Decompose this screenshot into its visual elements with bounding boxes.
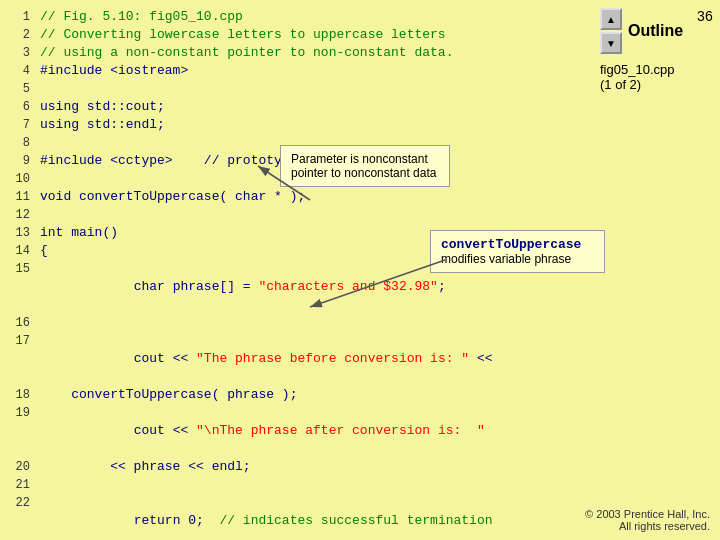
line-num-9: 9 bbox=[12, 152, 30, 170]
line-num-11: 11 bbox=[12, 188, 30, 206]
line-num-1: 1 bbox=[12, 8, 30, 26]
line-num-14: 14 bbox=[12, 242, 30, 260]
outline-header-row: ▲ ▼ Outline 36 bbox=[600, 8, 710, 54]
line-num-6: 6 bbox=[12, 98, 30, 116]
outline-nav-buttons: ▲ ▼ bbox=[600, 8, 622, 54]
line-num-5: 5 bbox=[12, 80, 30, 98]
footer-line2: All rights reserved. bbox=[585, 520, 710, 532]
line-content-1: // Fig. 5.10: fig05_10.cpp bbox=[40, 8, 243, 26]
code-line-13: 13 int main() bbox=[12, 224, 578, 242]
line-content-13: int main() bbox=[40, 224, 118, 242]
file-info-line1: fig05_10.cpp bbox=[600, 62, 674, 77]
page-number: 36 bbox=[697, 8, 713, 24]
line-content-9: #include <cctype> // prototypes for isl bbox=[40, 152, 368, 170]
code-area: 1 // Fig. 5.10: fig05_10.cpp 2 // Conver… bbox=[0, 0, 590, 540]
code-line-4: 4 #include <iostream> bbox=[12, 62, 578, 80]
line-num-15: 15 bbox=[12, 260, 30, 278]
line-num-17: 17 bbox=[12, 332, 30, 350]
code-line-11: 11 void convertToUppercase( char * ); bbox=[12, 188, 578, 206]
line-num-2: 2 bbox=[12, 26, 30, 44]
line-num-20: 20 bbox=[12, 458, 30, 476]
code-line-12: 12 bbox=[12, 206, 578, 224]
line-content-3: // using a non-constant pointer to non-c… bbox=[40, 44, 453, 62]
outline-up-button[interactable]: ▲ bbox=[600, 8, 622, 30]
code-line-2: 2 // Converting lowercase letters to upp… bbox=[12, 26, 578, 44]
code-line-6: 6 using std::cout; bbox=[12, 98, 578, 116]
line-num-13: 13 bbox=[12, 224, 30, 242]
line-num-7: 7 bbox=[12, 116, 30, 134]
code-line-20: 20 << phrase << endl; bbox=[12, 458, 578, 476]
file-info: fig05_10.cpp (1 of 2) bbox=[600, 62, 710, 92]
line-content-11: void convertToUppercase( char * ); bbox=[40, 188, 305, 206]
code-line-5: 5 bbox=[12, 80, 578, 98]
line-num-4: 4 bbox=[12, 62, 30, 80]
line-content-19: cout << "\nThe phrase after conversion i… bbox=[40, 404, 485, 458]
outline-down-button[interactable]: ▼ bbox=[600, 32, 622, 54]
footer: © 2003 Prentice Hall, Inc. All rights re… bbox=[585, 508, 710, 532]
line-num-12: 12 bbox=[12, 206, 30, 224]
code-line-15: 15 char phrase[] = "characters and $32.9… bbox=[12, 260, 578, 314]
code-line-17: 17 cout << "The phrase before conversion… bbox=[12, 332, 578, 386]
line-num-16: 16 bbox=[12, 314, 30, 332]
line-num-8: 8 bbox=[12, 134, 30, 152]
line-num-22: 22 bbox=[12, 494, 30, 512]
line-num-3: 3 bbox=[12, 44, 30, 62]
line-content-2: // Converting lowercase letters to upper… bbox=[40, 26, 446, 44]
code-line-18: 18 convertToUppercase( phrase ); bbox=[12, 386, 578, 404]
code-line-9: 9 #include <cctype> // prototypes for is… bbox=[12, 152, 578, 170]
line-content-22: return 0; // indicates successful termin… bbox=[40, 494, 493, 540]
line-content-15: char phrase[] = "characters and $32.98"; bbox=[40, 260, 446, 314]
line-content-4: #include <iostream> bbox=[40, 62, 188, 80]
code-line-22: 22 return 0; // indicates successful ter… bbox=[12, 494, 578, 540]
line-num-21: 21 bbox=[12, 476, 30, 494]
code-line-14: 14 { bbox=[12, 242, 578, 260]
file-info-line2: (1 of 2) bbox=[600, 77, 641, 92]
code-line-1: 1 // Fig. 5.10: fig05_10.cpp bbox=[12, 8, 578, 26]
outline-title: Outline bbox=[628, 22, 683, 40]
line-num-10: 10 bbox=[12, 170, 30, 188]
line-content-14: { bbox=[40, 242, 48, 260]
line-content-6: using std::cout; bbox=[40, 98, 165, 116]
code-line-19: 19 cout << "\nThe phrase after conversio… bbox=[12, 404, 578, 458]
code-line-8: 8 bbox=[12, 134, 578, 152]
code-line-21: 21 bbox=[12, 476, 578, 494]
line-num-18: 18 bbox=[12, 386, 30, 404]
code-line-3: 3 // using a non-constant pointer to non… bbox=[12, 44, 578, 62]
line-content-7: using std::endl; bbox=[40, 116, 165, 134]
code-line-16: 16 bbox=[12, 314, 578, 332]
sidebar: ▲ ▼ Outline 36 fig05_10.cpp (1 of 2) bbox=[590, 0, 720, 540]
line-num-19: 19 bbox=[12, 404, 30, 422]
line-content-17: cout << "The phrase before conversion is… bbox=[40, 332, 493, 386]
line-content-20: << phrase << endl; bbox=[40, 458, 251, 476]
line-content-18: convertToUppercase( phrase ); bbox=[40, 386, 297, 404]
main-container: 1 // Fig. 5.10: fig05_10.cpp 2 // Conver… bbox=[0, 0, 720, 540]
code-line-7: 7 using std::endl; bbox=[12, 116, 578, 134]
footer-line1: © 2003 Prentice Hall, Inc. bbox=[585, 508, 710, 520]
code-line-10: 10 bbox=[12, 170, 578, 188]
